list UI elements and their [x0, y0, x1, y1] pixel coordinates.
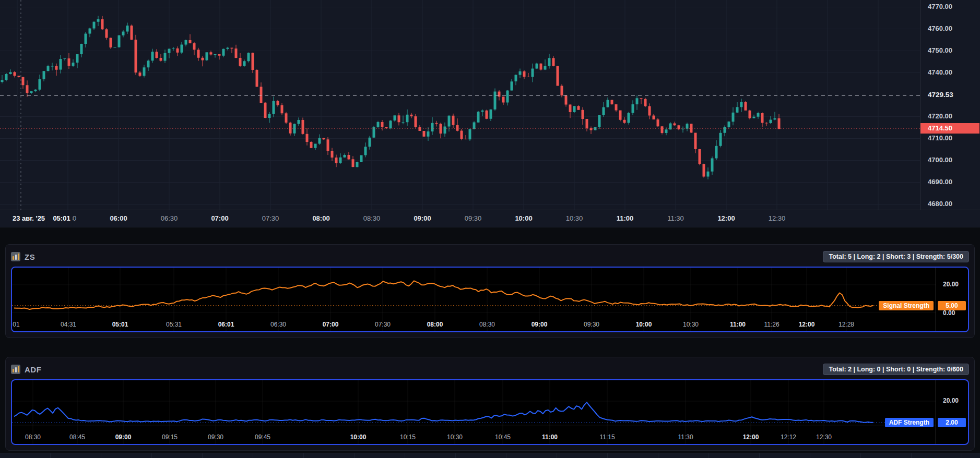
adf-panel-header: ADF Total: 2 | Long: 0 | Short: 0 | Stre…: [11, 361, 969, 377]
date-label: 23 авг. '25: [10, 210, 47, 227]
time-tick-label: 09:45: [255, 433, 270, 441]
time-tick-label: 09:00: [414, 210, 431, 227]
strength-value-chip: 5.00: [938, 301, 966, 310]
price-tick-label: 4740.00: [928, 68, 952, 76]
time-tick-label: 10:00: [636, 321, 652, 328]
time-tick-label: 06:30: [161, 210, 178, 227]
price-axis[interactable]: 4770.004760.004750.004740.004720.004710.…: [920, 0, 980, 210]
time-tick-label: 01: [13, 321, 19, 328]
session-start-label: 05:01: [51, 210, 72, 227]
time-tick-label: 08:30: [25, 433, 41, 441]
time-tick-label: 08:00: [312, 210, 329, 227]
time-tick-label: 09:30: [584, 321, 599, 328]
zs-stats-badge: Total: 5 | Long: 2 | Short: 3 | Strength…: [823, 251, 969, 262]
time-tick-label: 10:45: [495, 433, 511, 441]
time-tick-label: 09:00: [115, 433, 132, 441]
time-tick-label: 04:31: [61, 321, 76, 328]
time-tick-label: 12:28: [839, 321, 854, 328]
next-panel-sliver: [0, 453, 980, 458]
candlestick-chart-canvas[interactable]: [0, 0, 920, 210]
price-tick-label: 4720.00: [928, 112, 952, 120]
axis-top-label: 20.00: [943, 281, 959, 288]
time-tick-label: 11:00: [542, 433, 558, 441]
time-tick-label: 10:30: [566, 210, 583, 227]
time-tick-label: 11:00: [617, 210, 634, 227]
adf-stats-badge: Total: 2 | Long: 0 | Short: 0 | Strength…: [823, 364, 969, 375]
time-tick-label: 11:26: [764, 321, 779, 328]
adf-panel: ADF Total: 2 | Long: 0 | Short: 0 | Stre…: [5, 357, 975, 451]
strength-label-badge: Signal Strength: [879, 301, 934, 310]
bar-chart-icon: [11, 252, 20, 261]
time-tick-label: 08:30: [479, 321, 495, 328]
time-tick-label: 09:30: [208, 433, 223, 441]
axis-zero-label: 0.00: [943, 309, 955, 317]
strength-label-badge: ADF Strength: [885, 418, 934, 427]
time-tick-label: 09:00: [532, 321, 548, 328]
adf-panel-title: ADF: [25, 365, 41, 374]
time-tick-label: 12:00: [799, 321, 815, 328]
candlestick-svg: [0, 0, 920, 210]
time-tick-label: 09:30: [465, 210, 482, 227]
prev-close-label: 4729.53: [928, 91, 953, 99]
time-tick-label: 12:30: [816, 433, 832, 441]
time-tick-label: 07:30: [262, 210, 279, 227]
time-tick-label: 07:00: [323, 321, 339, 328]
time-tick-label: 11:00: [730, 321, 746, 328]
time-tick-label: 11:30: [678, 433, 693, 441]
price-tick-label: 4750.00: [928, 46, 952, 54]
time-tick-label: 12:00: [743, 433, 759, 441]
strength-value-chip: 2.00: [938, 418, 966, 427]
price-tick-label: 4770.00: [928, 3, 952, 10]
time-tick-label: 12:12: [781, 433, 796, 441]
time-tick-label: 06:30: [270, 321, 286, 328]
time-tick-label: 05:01: [112, 321, 128, 328]
last-price-chip: 4714.50: [920, 123, 979, 134]
zs-panel-header: ZS Total: 5 | Long: 2 | Short: 3 | Stren…: [11, 249, 969, 264]
time-tick-label: 10:15: [400, 433, 416, 441]
time-tick-label: 12:00: [717, 210, 735, 227]
time-tick-label: 08:45: [69, 433, 85, 441]
time-tick-label: 08:30: [363, 210, 381, 227]
time-tick-label: 07:00: [211, 210, 228, 227]
time-axis[interactable]: 23 авг. '25 05:01 05:3006:0006:3007:0007…: [0, 210, 980, 227]
time-tick-label: 08:00: [427, 321, 443, 328]
price-chart-section: 4770.004760.004750.004740.004720.004710.…: [0, 0, 980, 227]
price-tick-label: 4710.00: [928, 134, 952, 142]
price-tick-label: 4680.00: [928, 200, 952, 208]
price-tick-label: 4690.00: [928, 178, 952, 186]
bar-chart-icon: [11, 365, 20, 374]
time-tick-label: 07:30: [375, 321, 391, 328]
time-tick-label: 12:30: [769, 210, 786, 227]
adf-strength-chart[interactable]: 08:3008:4509:0009:1509:3009:4510:0010:15…: [11, 379, 969, 445]
time-tick-label: 10:30: [447, 433, 463, 441]
price-tick-label: 4700.00: [928, 156, 952, 164]
time-tick-label: 06:01: [218, 321, 234, 328]
time-tick-label: 09:15: [162, 433, 178, 441]
zs-signal-chart[interactable]: 0104:3105:0105:3106:0106:3007:0007:3008:…: [11, 267, 969, 332]
price-tick-label: 4760.00: [928, 25, 952, 32]
time-tick-label: 10:30: [683, 321, 699, 328]
axis-top-label: 20.00: [943, 397, 959, 404]
time-tick-label: 11:15: [599, 433, 615, 441]
time-tick-label: 06:00: [110, 210, 127, 227]
time-tick-label: 10:00: [350, 433, 367, 441]
zs-panel: ZS Total: 5 | Long: 2 | Short: 3 | Stren…: [5, 244, 975, 338]
time-tick-label: 10:00: [515, 210, 532, 227]
time-tick-label: 11:30: [667, 210, 684, 227]
time-tick-label: 05:31: [166, 321, 182, 328]
zs-panel-title: ZS: [25, 252, 35, 261]
